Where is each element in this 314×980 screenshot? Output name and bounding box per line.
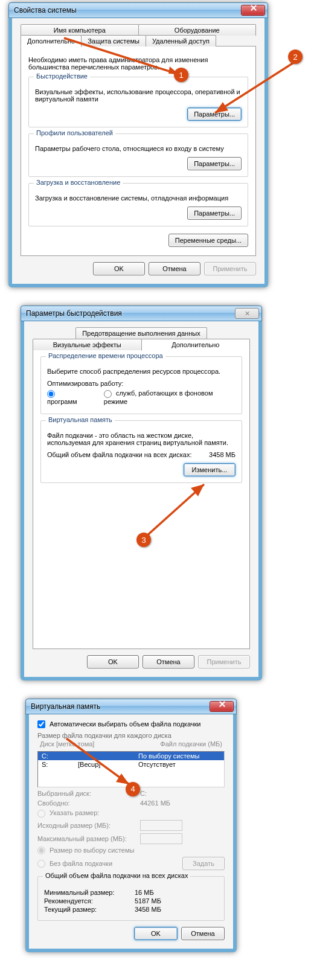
drive-letter: S: — [42, 761, 78, 768]
tab-computer-name[interactable]: Имя компьютера — [21, 24, 139, 36]
auto-manage-checkbox[interactable]: Автоматически выбирать объем файла подка… — [37, 720, 200, 728]
vm-change-button[interactable]: Изменить... — [184, 463, 236, 476]
startup-recovery-settings-button[interactable]: Параметры... — [187, 207, 242, 220]
window-title: Виртуальная память — [31, 702, 210, 711]
radio-background-services-label: служб, работающих в фоновом режиме — [104, 389, 213, 405]
radio-system-managed: Размер по выбору системы — [37, 847, 134, 855]
dialog-buttons: OK Отмена — [37, 927, 225, 940]
recommended-size-value: 5187 МБ — [135, 897, 161, 905]
tab-visual-effects[interactable]: Визуальные эффекты — [33, 339, 142, 350]
client-area: Имя компьютера Оборудование Дополнительн… — [12, 18, 264, 284]
group-startup-recovery-desc: Загрузка и восстановление системы, отлад… — [35, 194, 242, 202]
ok-button[interactable]: OK — [134, 927, 178, 940]
user-profiles-settings-button[interactable]: Параметры... — [187, 157, 242, 170]
radio-no-paging-file-label: Без файла подкачки — [50, 860, 112, 867]
group-user-profiles: Профили пользователей Параметры рабочего… — [28, 133, 248, 177]
radio-programs-label: программ — [47, 398, 77, 405]
titlebar[interactable]: Свойства системы — [8, 2, 268, 18]
close-button[interactable]: ✕ — [235, 308, 259, 319]
group-processor-scheduling-title: Распределение времени процессора — [46, 352, 165, 359]
radio-background-services[interactable]: служб, работающих в фоновом режиме — [104, 389, 236, 405]
min-size-value: 16 МБ — [135, 889, 154, 896]
tab-system-protection[interactable]: Защита системы — [81, 35, 146, 46]
performance-settings-button[interactable]: Параметры... — [187, 107, 242, 121]
cancel-button[interactable]: Отмена — [143, 655, 194, 668]
apply-button: Применить — [198, 655, 250, 668]
group-user-profiles-title: Профили пользователей — [34, 129, 115, 136]
tab-dep[interactable]: Предотвращение выполнения данных — [75, 327, 207, 339]
window-title: Параметры быстродействия — [26, 309, 235, 318]
current-size-label: Текущий размер: — [44, 906, 135, 913]
system-properties-window: Свойства системы Имя компьютера Оборудов… — [8, 2, 268, 287]
client-area: Предотвращение выполнения данных Визуаль… — [24, 321, 258, 677]
window-title: Свойства системы — [14, 6, 241, 14]
optimize-label: Оптимизировать работу: — [47, 380, 236, 387]
selected-drive-label: Выбранный диск: — [37, 790, 140, 797]
performance-options-window: Параметры быстродействия ✕ Предотвращени… — [21, 306, 262, 681]
ok-button[interactable]: OK — [87, 655, 139, 668]
drive-pagefile: По выбору системы — [138, 752, 220, 760]
tab-body: Необходимо иметь права администратора дл… — [21, 46, 256, 256]
tab-body: Распределение времени процессора Выберит… — [33, 350, 250, 649]
titlebar[interactable]: Виртуальная память — [25, 699, 237, 714]
group-processor-scheduling-desc: Выберите способ распределения ресурсов п… — [47, 368, 236, 375]
group-user-profiles-desc: Параметры рабочего стола, относящиеся ко… — [35, 145, 242, 152]
group-virtual-memory: Виртуальная память Файл подкачки - это о… — [40, 420, 242, 483]
vm-total-label: Общий объем файла подкачки на всех диска… — [47, 451, 191, 458]
tabs-row: Визуальные эффекты Дополнительно — [33, 339, 250, 350]
tab-advanced[interactable]: Дополнительно — [141, 339, 251, 351]
close-button[interactable] — [210, 701, 234, 712]
free-space-value: 44261 МБ — [140, 799, 170, 807]
close-button[interactable] — [241, 5, 265, 16]
list-caption: Размер файла подкачки для каждого диска — [37, 732, 225, 739]
close-icon — [250, 7, 256, 13]
list-header-pagefile: Файл подкачки (МБ) — [160, 740, 222, 748]
drive-list[interactable]: C: По выбору системы S: [Becup] Отсутств… — [37, 751, 225, 787]
cancel-button[interactable]: Отмена — [181, 927, 225, 940]
titlebar[interactable]: Параметры быстродействия ✕ — [21, 306, 262, 321]
selected-drive-value: C: — [140, 790, 147, 797]
current-size-value: 3458 МБ — [135, 906, 161, 913]
cancel-button[interactable]: Отмена — [149, 262, 200, 275]
drive-row-c[interactable]: C: По выбору системы — [38, 752, 224, 760]
initial-size-label: Исходный размер (МБ): — [37, 822, 140, 829]
environment-variables-button[interactable]: Переменные среды... — [168, 234, 248, 247]
tab-advanced[interactable]: Дополнительно — [21, 35, 82, 47]
tab-hardware[interactable]: Оборудование — [138, 24, 257, 36]
radio-no-paging-file: Без файла подкачки — [37, 860, 112, 868]
drive-pagefile: Отсутствует — [138, 761, 220, 768]
group-startup-recovery: Загрузка и восстановление Загрузка и вос… — [28, 183, 248, 226]
max-size-label: Максимальный размер (МБ): — [37, 835, 140, 842]
radio-system-managed-label: Размер по выбору системы — [50, 847, 134, 854]
close-icon — [219, 703, 225, 709]
group-startup-recovery-title: Загрузка и восстановление — [34, 179, 123, 186]
list-header-disk: Диск [метка тома] — [40, 740, 160, 748]
drive-label: [Becup] — [78, 761, 138, 768]
step-marker-2: 2 — [288, 50, 303, 64]
tabs-row-bottom: Дополнительно Защита системы Удаленный д… — [21, 35, 256, 46]
group-virtual-memory-title: Виртуальная память — [46, 416, 115, 423]
drive-row-s[interactable]: S: [Becup] Отсутствует — [38, 760, 224, 769]
tab-remote[interactable]: Удаленный доступ — [146, 35, 216, 46]
ok-button[interactable]: OK — [93, 262, 145, 275]
client-area: Автоматически выбирать объем файла подка… — [29, 714, 233, 949]
recommended-size-label: Рекомендуется: — [44, 897, 135, 905]
auto-manage-label: Автоматически выбирать объем файла подка… — [50, 720, 200, 728]
tabs-row-top: Имя компьютера Оборудование — [21, 24, 256, 36]
intro-text: Необходимо иметь права администратора дл… — [28, 56, 248, 71]
apply-button: Применить — [204, 262, 256, 275]
radio-custom-size: Указать размер: — [37, 809, 99, 818]
vm-total-value: 3458 МБ — [209, 451, 236, 458]
drive-label — [78, 752, 138, 760]
free-space-label: Свободно: — [37, 799, 140, 807]
radio-programs[interactable]: программ — [47, 389, 88, 405]
group-total-pagefile: Общий объем файла подкачки на всех диска… — [37, 876, 225, 921]
initial-size-input — [140, 820, 182, 831]
group-virtual-memory-desc: Файл подкачки - это область на жестком д… — [47, 432, 236, 446]
group-processor-scheduling: Распределение времени процессора Выберит… — [40, 356, 242, 414]
close-icon: ✕ — [245, 310, 250, 318]
group-performance: Быстродействие Визуальные эффекты, испол… — [28, 77, 248, 127]
group-total-pagefile-title: Общий объем файла подкачки на всех диска… — [43, 872, 190, 879]
virtual-memory-window: Виртуальная память Автоматически выбират… — [25, 699, 237, 953]
dialog-buttons: OK Отмена Применить — [21, 262, 256, 275]
